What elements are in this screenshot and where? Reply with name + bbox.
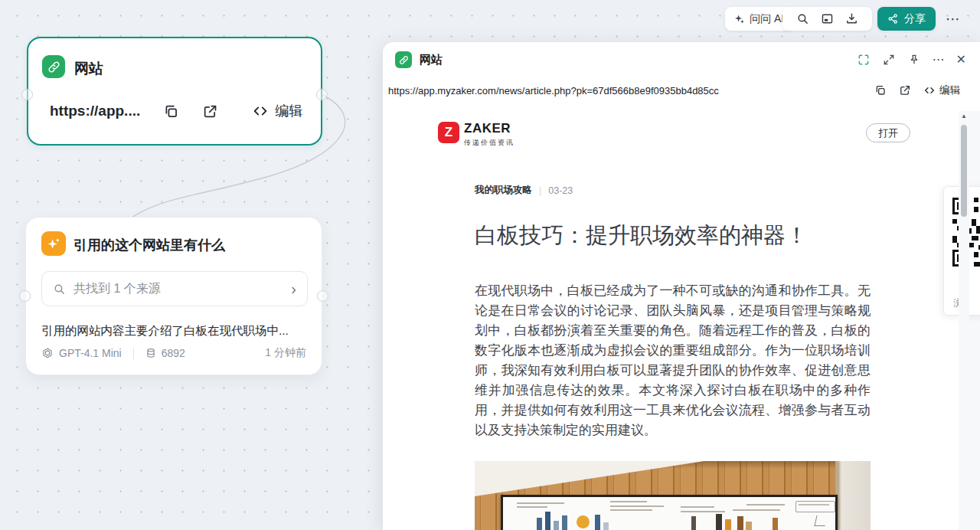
page-url[interactable]: https://app.myzaker.com/news/article.php… (388, 85, 862, 97)
share-button[interactable]: 分享 (877, 7, 936, 31)
divider (133, 348, 134, 359)
fullscreen-icon[interactable] (857, 53, 871, 67)
ai-card-title: 引用的这个网站里有什么 (74, 236, 225, 254)
article-date: 03-23 (548, 185, 573, 196)
url-bar: https://app.myzaker.com/news/article.php… (383, 77, 980, 103)
sources-count-text: 共找到 1 个来源 (74, 281, 283, 297)
zaker-logo: Z (438, 122, 459, 143)
article-category[interactable]: 我的职场攻略 (475, 184, 532, 197)
open-app-button[interactable]: 打开 (866, 123, 910, 142)
preview-panel-header: 网站 ⋯ ✕ (383, 42, 980, 77)
link-icon (42, 55, 65, 78)
page-edge-strip (969, 111, 980, 530)
webpage-content: Z ZAKER 传递价值资讯 打开 我的职场攻略 | 03-23 白板技巧：提升… (383, 111, 980, 530)
chevron-right-icon: › (291, 281, 296, 296)
search-icon[interactable] (793, 10, 812, 28)
edit-label: 编辑 (275, 102, 302, 120)
edit-label: 编辑 (939, 83, 960, 97)
scrollbar-thumb[interactable] (961, 125, 967, 217)
website-url-text[interactable]: https://app.... (50, 103, 140, 119)
ai-summary-text[interactable]: 引用的网站内容主要介绍了白板在现代职场中... (41, 323, 309, 339)
preview-panel-title: 网站 (420, 53, 443, 67)
search-icon (53, 283, 66, 296)
share-icon (887, 13, 899, 25)
copy-icon[interactable] (874, 84, 887, 97)
scroll-up-arrow[interactable]: ▲ (959, 113, 969, 119)
whiteboard-sketch (501, 495, 838, 530)
frame-icon[interactable] (818, 10, 836, 28)
code-icon (252, 103, 269, 119)
share-label: 分享 (904, 12, 926, 26)
canvas-tools (782, 7, 872, 31)
website-card-title: 网站 (74, 59, 103, 79)
panel-more-icon[interactable]: ⋯ (933, 54, 945, 66)
download-icon[interactable] (843, 10, 861, 28)
separator: | (539, 185, 541, 196)
node-handle-right[interactable] (317, 290, 328, 302)
close-icon[interactable]: ✕ (956, 54, 966, 66)
edit-url-button[interactable]: 编辑 (252, 102, 302, 120)
edit-url-button[interactable]: 编辑 (923, 83, 960, 97)
ai-sparkles-icon (41, 231, 66, 256)
time-ago: 1 分钟前 (265, 346, 306, 360)
website-preview-panel: 网站 ⋯ ✕ https://app.myzaker.com/news/arti… (383, 42, 980, 530)
scrollbar[interactable]: ▲ (959, 111, 969, 530)
ai-node-card[interactable]: 引用的这个网站里有什么 共找到 1 个来源 › 引用的网站内容主要介绍了白板在现… (25, 217, 322, 375)
expand-icon[interactable] (882, 53, 896, 67)
open-external-icon[interactable] (899, 84, 911, 97)
openai-icon (41, 347, 54, 359)
node-handle-left[interactable] (19, 290, 31, 302)
brand-name: ZAKER (464, 121, 514, 136)
token-count: 6892 (162, 347, 185, 359)
brand-tagline: 传递价值资讯 (464, 138, 514, 148)
link-icon (395, 51, 412, 68)
code-icon (923, 84, 936, 97)
sources-field[interactable]: 共找到 1 个来源 › (41, 271, 308, 306)
node-handle-left[interactable] (21, 89, 33, 100)
article-title: 白板技巧：提升职场效率的神器！ (475, 221, 873, 251)
ask-ai-label: 问问 AI (750, 12, 784, 26)
more-menu-button[interactable]: ⋯ (940, 7, 966, 31)
article-body: 在现代职场中，白板已经成为了一种不可或缺的沟通和协作工具。无论是在日常会议的讨论… (475, 281, 871, 440)
model-name: GPT-4.1 Mini (59, 347, 122, 359)
tokens-icon (145, 348, 156, 358)
article-image-whiteboard-room (475, 461, 871, 530)
copy-icon[interactable] (163, 103, 179, 119)
pin-icon[interactable] (907, 53, 921, 67)
website-node-card[interactable]: 网站 https://app.... 编辑 (27, 37, 322, 146)
node-handle-right[interactable] (316, 89, 328, 100)
open-external-icon[interactable] (202, 103, 218, 119)
sparkle-icon (734, 14, 745, 25)
